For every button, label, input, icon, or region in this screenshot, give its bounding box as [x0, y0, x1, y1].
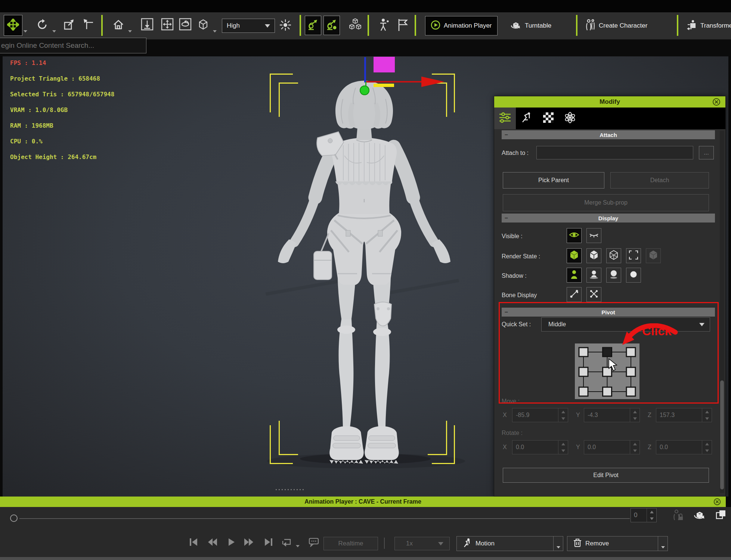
render-shaded-button[interactable] — [586, 248, 601, 263]
quality-dropdown[interactable]: High — [222, 19, 275, 33]
comment-button[interactable] — [309, 537, 318, 547]
tab-physics[interactable] — [559, 108, 581, 129]
snap-move-button[interactable] — [160, 18, 175, 32]
detach-button[interactable]: Detach — [610, 172, 709, 189]
play-button[interactable] — [226, 537, 236, 547]
rotate-z-field[interactable]: 0.0 — [656, 440, 712, 454]
pivot-cell-bottom-middle[interactable] — [603, 387, 612, 396]
edit-pivot-button[interactable]: Edit Pivot — [503, 468, 709, 483]
tab-material-texture[interactable] — [538, 108, 559, 129]
move-z-field[interactable]: 157.3 — [656, 408, 712, 422]
go-first-frame-button[interactable] — [189, 537, 198, 547]
prop-cluster-button[interactable] — [347, 18, 363, 33]
tab-modify-settings[interactable] — [494, 108, 516, 129]
render-wireframe-button[interactable] — [606, 248, 621, 263]
shadow-none-button[interactable] — [626, 268, 641, 283]
tab-pin-pose[interactable] — [516, 108, 538, 129]
prop-box-button[interactable] — [196, 18, 211, 32]
create-character-button[interactable]: Create Character — [585, 16, 647, 35]
pivot-cell-top-left[interactable] — [579, 348, 588, 357]
motion-button[interactable]: Motion — [456, 536, 554, 551]
panel-scrollbar[interactable] — [720, 131, 724, 493]
loop-options-caret[interactable] — [296, 545, 300, 547]
move-tool-caret[interactable] — [24, 30, 27, 32]
move-tool-button[interactable] — [4, 15, 22, 36]
fast-forward-button[interactable] — [244, 537, 254, 547]
search-input[interactable] — [0, 38, 146, 53]
edit-pose-pin-button[interactable] — [323, 16, 340, 35]
lock-character-icon[interactable] — [672, 509, 684, 523]
layers-icon[interactable] — [715, 509, 727, 522]
gizmo-plane-handle[interactable] — [374, 57, 395, 72]
attach-section-header[interactable]: – Attach — [502, 130, 715, 139]
move-y-spinner[interactable] — [630, 408, 639, 422]
move-y-field[interactable]: -4.3 — [584, 408, 640, 422]
snap-rotate-button[interactable] — [178, 18, 193, 32]
timeline-playhead[interactable] — [10, 514, 18, 522]
close-icon[interactable] — [712, 97, 721, 108]
collapse-icon[interactable]: – — [505, 130, 508, 139]
go-last-frame-button[interactable] — [264, 537, 273, 547]
visible-on-button[interactable] — [567, 228, 582, 243]
pivot-cell-middle-right[interactable] — [626, 367, 635, 376]
move-x-spinner[interactable] — [558, 408, 568, 422]
display-section-header[interactable]: – Display — [502, 214, 715, 223]
gizmo-y-handle[interactable] — [374, 84, 394, 87]
flag-button[interactable] — [394, 17, 411, 35]
gizmo-x-arrowhead[interactable] — [421, 77, 445, 87]
rotate-y-spinner[interactable] — [630, 441, 639, 454]
rotate-tool-button[interactable] — [34, 15, 51, 36]
animation-player-button[interactable]: Animation Player — [425, 16, 498, 35]
light-button[interactable] — [278, 18, 293, 33]
shadow-receive-button[interactable] — [606, 268, 621, 283]
frame-number-field[interactable]: 0 — [631, 508, 657, 522]
pivot-cell-bottom-left[interactable] — [579, 387, 588, 396]
pick-parent-button[interactable]: Pick Parent — [503, 172, 604, 189]
home-view-button[interactable] — [110, 15, 127, 36]
rotate-tool-caret[interactable] — [52, 30, 56, 32]
physics-balance-button[interactable] — [377, 17, 393, 35]
shadow-cast-receive-button[interactable] — [567, 268, 582, 283]
attach-to-field[interactable] — [536, 146, 693, 159]
collapse-icon[interactable]: – — [505, 214, 508, 223]
timeline-track[interactable] — [19, 518, 630, 519]
realtime-button[interactable]: Realtime — [323, 537, 378, 550]
home-view-caret[interactable] — [128, 30, 132, 32]
attach-browse-button[interactable]: ... — [699, 146, 714, 159]
rotate-z-spinner[interactable] — [702, 441, 712, 454]
frame-spinner[interactable] — [647, 508, 656, 522]
gizmo-z-axis[interactable] — [364, 57, 366, 83]
rotate-x-spinner[interactable] — [558, 441, 568, 454]
turntable-mode-icon[interactable] — [693, 508, 706, 523]
gizmo-pivot-dot[interactable] — [360, 85, 369, 95]
move-x-field[interactable]: -85.9 — [512, 408, 568, 422]
pivot-cell-middle-left[interactable] — [579, 367, 588, 376]
playback-speed-dropdown[interactable]: 1x — [394, 537, 450, 550]
drop-to-floor-button[interactable] — [140, 18, 155, 32]
content-search-box[interactable] — [0, 38, 146, 53]
remove-options-caret[interactable] — [658, 536, 668, 551]
splitter-handle[interactable] — [276, 489, 304, 490]
motion-options-caret[interactable] — [554, 536, 563, 551]
panel-scrollbar-thumb[interactable] — [720, 380, 724, 489]
shadow-cast-button[interactable] — [586, 268, 601, 283]
merge-sub-prop-button[interactable]: Merge Sub-prop — [503, 194, 709, 211]
bone-hide-button[interactable] — [586, 287, 601, 302]
scale-tool-button[interactable] — [61, 15, 78, 36]
visible-off-button[interactable] — [586, 228, 601, 243]
render-boundingbox-button[interactable] — [626, 248, 641, 263]
render-solid-button[interactable] — [567, 248, 582, 263]
rotate-y-field[interactable]: 0.0 — [584, 440, 640, 454]
edit-pose-button[interactable] — [305, 16, 321, 35]
gizmo-x-axis[interactable] — [366, 81, 421, 83]
bone-show-button[interactable] — [567, 287, 582, 302]
render-hidden-button[interactable] — [646, 248, 661, 263]
move-z-spinner[interactable] — [702, 408, 712, 422]
modify-panel-header[interactable]: Modify — [494, 96, 725, 108]
pick-parent-tool-button[interactable] — [80, 15, 97, 36]
rotate-x-field[interactable]: 0.0 — [512, 440, 568, 454]
transformer-button[interactable]: Transformer — [687, 16, 731, 35]
loop-button[interactable] — [281, 537, 291, 547]
turntable-button[interactable]: Turntable — [510, 16, 551, 35]
close-icon[interactable] — [713, 498, 721, 507]
